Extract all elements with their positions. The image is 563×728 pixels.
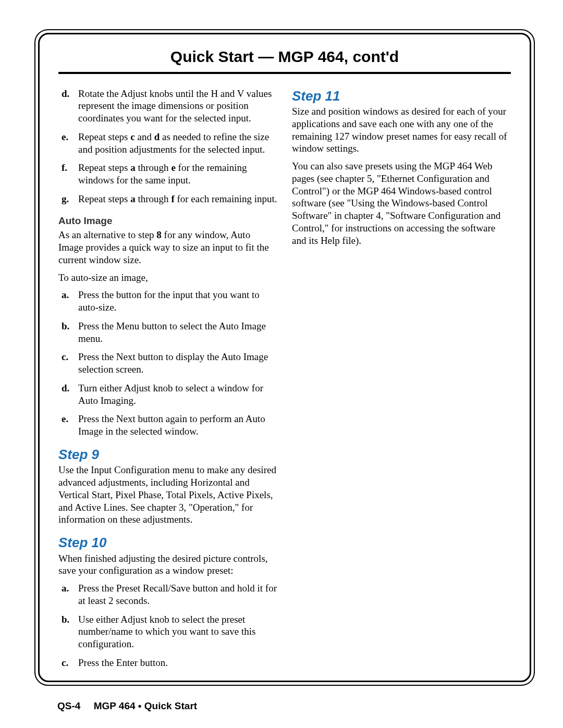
step-10-list: a. Press the Preset Recall/Save button a… <box>58 582 277 666</box>
list-marker-g: g. <box>62 193 73 205</box>
auto-image-list: a. Press the button for the input that y… <box>58 289 277 438</box>
list-marker-a: a. <box>62 582 73 607</box>
list-item: e. Press the Next button again to perfor… <box>62 413 277 438</box>
auto-image-intro-2: To auto-size an image, <box>58 272 277 284</box>
step-11-p2: You can also save presets using the MGP … <box>292 160 511 246</box>
list-text: Repeat steps a through f for each remain… <box>78 193 277 205</box>
step-10-heading: Step 10 <box>58 534 277 551</box>
outer-frame: Quick Start — MGP 464, cont'd d. Rotate … <box>34 29 535 686</box>
list-marker-e: e. <box>62 413 73 438</box>
page-number: QS-4 <box>57 700 80 711</box>
list-text: Use either Adjust knob to select the pre… <box>78 613 277 650</box>
list-marker-b: b. <box>62 613 73 650</box>
list-text: Press the Next button to display the Aut… <box>78 351 277 376</box>
list-marker-d: d. <box>62 382 73 407</box>
step-9-text: Use the Input Configuration menu to make… <box>58 464 277 526</box>
list-text: Press the Next button again to perform a… <box>78 413 277 438</box>
list-marker-e: e. <box>62 131 73 156</box>
list-text: Press the Enter button. <box>78 657 277 666</box>
step-10-text: When finished adjusting the desired pict… <box>58 552 277 577</box>
continuation-list: d. Rotate the Adjust knobs until the H a… <box>58 88 277 205</box>
page-title: Quick Start — MGP 464, cont'd <box>58 47 511 74</box>
auto-image-intro-1: As an alternative to step 8 for any wind… <box>58 229 277 266</box>
list-item: d. Rotate the Adjust knobs until the H a… <box>62 88 277 125</box>
list-item: a. Press the button for the input that y… <box>62 289 277 314</box>
list-item: f. Repeat steps a through e for the rema… <box>62 162 277 187</box>
list-marker-c: c. <box>62 657 73 666</box>
list-marker-c: c. <box>62 351 73 376</box>
list-item: e. Repeat steps c and d as needed to ref… <box>62 131 277 156</box>
list-item: g. Repeat steps a through f for each rem… <box>62 193 277 205</box>
list-item: a. Press the Preset Recall/Save button a… <box>62 582 277 607</box>
list-item: d. Turn either Adjust knob to select a w… <box>62 382 277 407</box>
page: Quick Start — MGP 464, cont'd d. Rotate … <box>0 0 563 728</box>
left-column: d. Rotate the Adjust knobs until the H a… <box>58 88 277 667</box>
inner-frame: Quick Start — MGP 464, cont'd d. Rotate … <box>38 33 531 682</box>
columns: d. Rotate the Adjust knobs until the H a… <box>58 88 511 667</box>
list-text: Rotate the Adjust knobs until the H and … <box>78 88 277 125</box>
footer-title: MGP 464 • Quick Start <box>94 700 198 711</box>
list-text: Press the Preset Recall/Save button and … <box>78 582 277 607</box>
list-item: c. Press the Next button to display the … <box>62 351 277 376</box>
list-marker-a: a. <box>62 289 73 314</box>
auto-image-heading: Auto Image <box>58 215 277 227</box>
list-marker-b: b. <box>62 320 73 345</box>
list-text: Press the Menu button to select the Auto… <box>78 320 277 345</box>
right-column: Step 11 Size and position windows as des… <box>292 88 511 667</box>
list-text: Press the button for the input that you … <box>78 289 277 314</box>
list-item: b. Press the Menu button to select the A… <box>62 320 277 345</box>
list-marker-f: f. <box>62 162 73 187</box>
list-text: Repeat steps c and d as needed to refine… <box>78 131 277 156</box>
step-9-heading: Step 9 <box>58 446 277 463</box>
list-text: Repeat steps a through e for the remaini… <box>78 162 277 187</box>
list-text: Turn either Adjust knob to select a wind… <box>78 382 277 407</box>
page-footer: QS-4 MGP 464 • Quick Start <box>57 700 197 712</box>
list-item: b. Use either Adjust knob to select the … <box>62 613 277 650</box>
list-marker-d: d. <box>62 88 73 125</box>
step-11-p1: Size and position windows as desired for… <box>292 105 511 155</box>
list-item: c. Press the Enter button. <box>62 657 277 666</box>
step-11-heading: Step 11 <box>292 88 511 105</box>
